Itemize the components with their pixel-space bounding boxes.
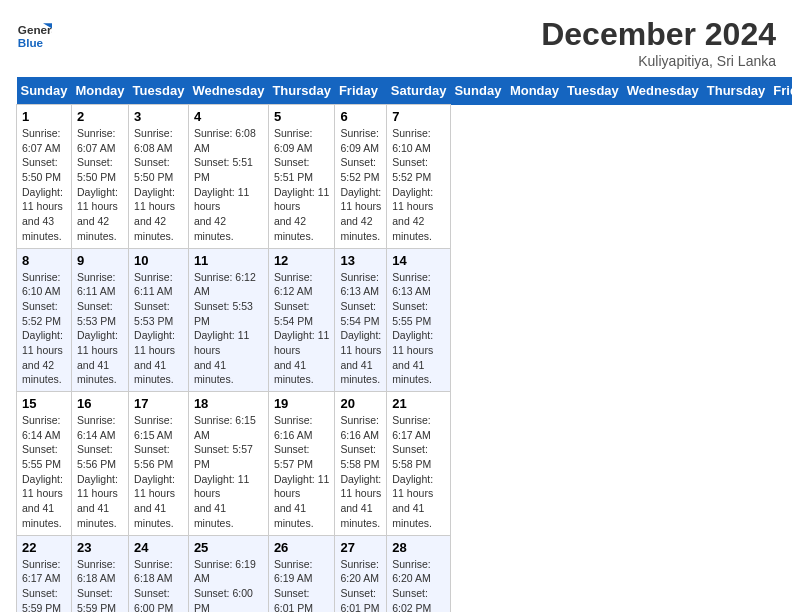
day-number: 28 xyxy=(392,540,445,555)
day-number: 1 xyxy=(22,109,66,124)
cell-info: Sunrise: 6:16 AMSunset: 5:58 PMDaylight:… xyxy=(340,413,381,531)
col-header-wednesday: Wednesday xyxy=(188,77,268,105)
calendar-cell: 14Sunrise: 6:13 AMSunset: 5:55 PMDayligh… xyxy=(387,248,451,392)
cell-info: Sunrise: 6:07 AMSunset: 5:50 PMDaylight:… xyxy=(22,126,66,244)
location: Kuliyapitiya, Sri Lanka xyxy=(541,53,776,69)
cell-info: Sunrise: 6:20 AMSunset: 6:02 PMDaylight:… xyxy=(392,557,445,613)
col-header-friday: Friday xyxy=(335,77,387,105)
cell-info: Sunrise: 6:09 AMSunset: 5:51 PMDaylight:… xyxy=(274,126,330,244)
calendar-cell: 4Sunrise: 6:08 AMSunset: 5:51 PMDaylight… xyxy=(188,105,268,249)
week-row-3: 15Sunrise: 6:14 AMSunset: 5:55 PMDayligh… xyxy=(17,392,793,536)
day-number: 2 xyxy=(77,109,123,124)
cell-info: Sunrise: 6:16 AMSunset: 5:57 PMDaylight:… xyxy=(274,413,330,531)
day-number: 18 xyxy=(194,396,263,411)
calendar-cell: 19Sunrise: 6:16 AMSunset: 5:57 PMDayligh… xyxy=(268,392,335,536)
week-row-4: 22Sunrise: 6:17 AMSunset: 5:59 PMDayligh… xyxy=(17,535,793,612)
calendar-cell: 13Sunrise: 6:13 AMSunset: 5:54 PMDayligh… xyxy=(335,248,387,392)
calendar-cell: 21Sunrise: 6:17 AMSunset: 5:58 PMDayligh… xyxy=(387,392,451,536)
col-header-saturday: Saturday xyxy=(387,77,451,105)
col-header-thursday: Thursday xyxy=(703,77,770,105)
logo: General Blue xyxy=(16,16,52,52)
calendar-cell: 24Sunrise: 6:18 AMSunset: 6:00 PMDayligh… xyxy=(129,535,189,612)
calendar-cell: 27Sunrise: 6:20 AMSunset: 6:01 PMDayligh… xyxy=(335,535,387,612)
cell-info: Sunrise: 6:19 AMSunset: 6:01 PMDaylight:… xyxy=(274,557,330,613)
week-row-2: 8Sunrise: 6:10 AMSunset: 5:52 PMDaylight… xyxy=(17,248,793,392)
calendar-cell: 20Sunrise: 6:16 AMSunset: 5:58 PMDayligh… xyxy=(335,392,387,536)
cell-info: Sunrise: 6:09 AMSunset: 5:52 PMDaylight:… xyxy=(340,126,381,244)
cell-info: Sunrise: 6:17 AMSunset: 5:58 PMDaylight:… xyxy=(392,413,445,531)
day-number: 27 xyxy=(340,540,381,555)
cell-info: Sunrise: 6:18 AMSunset: 5:59 PMDaylight:… xyxy=(77,557,123,613)
calendar-cell: 8Sunrise: 6:10 AMSunset: 5:52 PMDaylight… xyxy=(17,248,72,392)
day-number: 22 xyxy=(22,540,66,555)
day-number: 12 xyxy=(274,253,330,268)
calendar-cell: 22Sunrise: 6:17 AMSunset: 5:59 PMDayligh… xyxy=(17,535,72,612)
cell-info: Sunrise: 6:11 AMSunset: 5:53 PMDaylight:… xyxy=(77,270,123,388)
day-number: 25 xyxy=(194,540,263,555)
cell-info: Sunrise: 6:12 AMSunset: 5:54 PMDaylight:… xyxy=(274,270,330,388)
day-number: 26 xyxy=(274,540,330,555)
day-number: 4 xyxy=(194,109,263,124)
day-number: 9 xyxy=(77,253,123,268)
calendar-cell: 28Sunrise: 6:20 AMSunset: 6:02 PMDayligh… xyxy=(387,535,451,612)
calendar-cell: 26Sunrise: 6:19 AMSunset: 6:01 PMDayligh… xyxy=(268,535,335,612)
day-number: 16 xyxy=(77,396,123,411)
title-section: December 2024 Kuliyapitiya, Sri Lanka xyxy=(541,16,776,69)
day-number: 24 xyxy=(134,540,183,555)
day-number: 13 xyxy=(340,253,381,268)
calendar-cell: 15Sunrise: 6:14 AMSunset: 5:55 PMDayligh… xyxy=(17,392,72,536)
cell-info: Sunrise: 6:10 AMSunset: 5:52 PMDaylight:… xyxy=(392,126,445,244)
day-number: 8 xyxy=(22,253,66,268)
cell-info: Sunrise: 6:15 AMSunset: 5:57 PMDaylight:… xyxy=(194,413,263,531)
col-header-monday: Monday xyxy=(71,77,128,105)
cell-info: Sunrise: 6:14 AMSunset: 5:55 PMDaylight:… xyxy=(22,413,66,531)
calendar-cell: 9Sunrise: 6:11 AMSunset: 5:53 PMDaylight… xyxy=(71,248,128,392)
cell-info: Sunrise: 6:13 AMSunset: 5:54 PMDaylight:… xyxy=(340,270,381,388)
calendar-cell: 25Sunrise: 6:19 AMSunset: 6:00 PMDayligh… xyxy=(188,535,268,612)
calendar-cell: 10Sunrise: 6:11 AMSunset: 5:53 PMDayligh… xyxy=(129,248,189,392)
header-row: SundayMondayTuesdayWednesdayThursdayFrid… xyxy=(17,77,793,105)
cell-info: Sunrise: 6:08 AMSunset: 5:50 PMDaylight:… xyxy=(134,126,183,244)
calendar-cell: 3Sunrise: 6:08 AMSunset: 5:50 PMDaylight… xyxy=(129,105,189,249)
calendar-cell: 18Sunrise: 6:15 AMSunset: 5:57 PMDayligh… xyxy=(188,392,268,536)
day-number: 17 xyxy=(134,396,183,411)
cell-info: Sunrise: 6:10 AMSunset: 5:52 PMDaylight:… xyxy=(22,270,66,388)
week-row-1: 1Sunrise: 6:07 AMSunset: 5:50 PMDaylight… xyxy=(17,105,793,249)
calendar-cell: 23Sunrise: 6:18 AMSunset: 5:59 PMDayligh… xyxy=(71,535,128,612)
cell-info: Sunrise: 6:19 AMSunset: 6:00 PMDaylight:… xyxy=(194,557,263,613)
calendar-cell: 7Sunrise: 6:10 AMSunset: 5:52 PMDaylight… xyxy=(387,105,451,249)
svg-text:Blue: Blue xyxy=(18,36,44,49)
month-title: December 2024 xyxy=(541,16,776,53)
col-header-wednesday: Wednesday xyxy=(623,77,703,105)
day-number: 11 xyxy=(194,253,263,268)
cell-info: Sunrise: 6:08 AMSunset: 5:51 PMDaylight:… xyxy=(194,126,263,244)
day-number: 23 xyxy=(77,540,123,555)
cell-info: Sunrise: 6:07 AMSunset: 5:50 PMDaylight:… xyxy=(77,126,123,244)
cell-info: Sunrise: 6:20 AMSunset: 6:01 PMDaylight:… xyxy=(340,557,381,613)
day-number: 6 xyxy=(340,109,381,124)
cell-info: Sunrise: 6:17 AMSunset: 5:59 PMDaylight:… xyxy=(22,557,66,613)
calendar-cell: 1Sunrise: 6:07 AMSunset: 5:50 PMDaylight… xyxy=(17,105,72,249)
cell-info: Sunrise: 6:15 AMSunset: 5:56 PMDaylight:… xyxy=(134,413,183,531)
calendar-cell: 17Sunrise: 6:15 AMSunset: 5:56 PMDayligh… xyxy=(129,392,189,536)
cell-info: Sunrise: 6:12 AMSunset: 5:53 PMDaylight:… xyxy=(194,270,263,388)
calendar-cell: 5Sunrise: 6:09 AMSunset: 5:51 PMDaylight… xyxy=(268,105,335,249)
day-number: 15 xyxy=(22,396,66,411)
page-header: General Blue December 2024 Kuliyapitiya,… xyxy=(16,16,776,69)
cell-info: Sunrise: 6:18 AMSunset: 6:00 PMDaylight:… xyxy=(134,557,183,613)
calendar-table: SundayMondayTuesdayWednesdayThursdayFrid… xyxy=(16,77,792,612)
col-header-tuesday: Tuesday xyxy=(563,77,623,105)
calendar-cell: 2Sunrise: 6:07 AMSunset: 5:50 PMDaylight… xyxy=(71,105,128,249)
day-number: 5 xyxy=(274,109,330,124)
calendar-cell: 6Sunrise: 6:09 AMSunset: 5:52 PMDaylight… xyxy=(335,105,387,249)
calendar-cell: 12Sunrise: 6:12 AMSunset: 5:54 PMDayligh… xyxy=(268,248,335,392)
calendar-cell: 11Sunrise: 6:12 AMSunset: 5:53 PMDayligh… xyxy=(188,248,268,392)
day-number: 7 xyxy=(392,109,445,124)
col-header-thursday: Thursday xyxy=(268,77,335,105)
day-number: 10 xyxy=(134,253,183,268)
col-header-sunday: Sunday xyxy=(17,77,72,105)
col-header-monday: Monday xyxy=(506,77,563,105)
calendar-cell: 16Sunrise: 6:14 AMSunset: 5:56 PMDayligh… xyxy=(71,392,128,536)
day-number: 14 xyxy=(392,253,445,268)
day-number: 20 xyxy=(340,396,381,411)
